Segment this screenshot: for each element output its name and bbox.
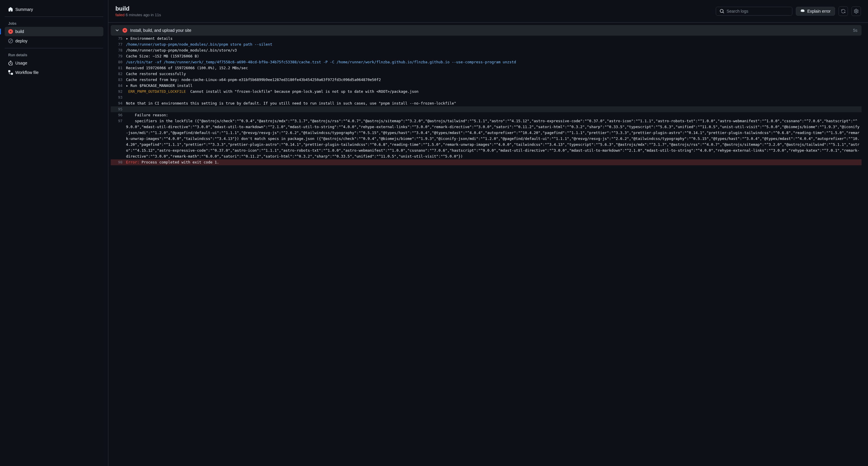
line-number: 93 xyxy=(111,94,126,100)
line-number: 84 xyxy=(111,83,126,89)
settings-button[interactable] xyxy=(851,6,861,16)
log-line[interactable]: 82Cache restored successfully xyxy=(111,71,862,77)
main: build failed 6 minutes ago in 11s Explai… xyxy=(108,0,868,466)
line-content: Error: Process completed with exit code … xyxy=(126,159,862,165)
job-build-label: build xyxy=(15,29,24,34)
line-content: /home/runner/setup-pnpm/node_modules/.bi… xyxy=(126,48,862,53)
sync-icon xyxy=(841,9,846,13)
gear-icon xyxy=(854,9,859,13)
job-build[interactable]: build xyxy=(5,27,103,36)
header: build failed 6 minutes ago in 11s Explai… xyxy=(108,0,868,23)
page-subtitle: failed 6 minutes ago in 11s xyxy=(116,13,161,17)
line-content: /home/runner/setup-pnpm/node_modules/.bi… xyxy=(126,41,862,48)
log-line[interactable]: 84▸ Run $PACKAGE_MANAGER install xyxy=(111,83,862,89)
step-name: Install, build, and upload your site xyxy=(130,28,191,33)
log-line[interactable]: 78/home/runner/setup-pnpm/node_modules/.… xyxy=(111,48,862,53)
header-titles: build failed 6 minutes ago in 11s xyxy=(116,5,161,17)
line-content: ERR_PNPM_OUTDATED_LOCKFILE Cannot instal… xyxy=(126,89,862,94)
line-number: 79 xyxy=(111,53,126,59)
sidebar-usage[interactable]: Usage xyxy=(5,58,103,68)
line-number: 94 xyxy=(111,100,126,106)
log-lines: 75▸ Environment details77/home/runner/se… xyxy=(111,36,862,165)
sidebar-workflow-file[interactable]: Workflow file xyxy=(5,68,103,77)
sidebar-summary-label: Summary xyxy=(15,7,33,12)
search-box[interactable] xyxy=(716,7,792,16)
line-content: Note that in CI environments this settin… xyxy=(126,100,862,106)
log-line[interactable]: 94Note that in CI environments this sett… xyxy=(111,100,862,106)
sidebar-summary[interactable]: Summary xyxy=(5,5,103,14)
line-content: specifiers in the lockfile ({"@astrojs/c… xyxy=(126,118,862,159)
line-number: 82 xyxy=(111,71,126,77)
home-icon xyxy=(8,7,13,12)
line-number: 95 xyxy=(111,106,126,112)
search-icon xyxy=(720,9,724,13)
log-body: Install, build, and upload your site 5s … xyxy=(108,23,868,466)
step-header[interactable]: Install, build, and upload your site 5s xyxy=(111,25,862,36)
run-details-title: Run details xyxy=(5,51,103,58)
line-number: 96 xyxy=(111,112,126,118)
failed-icon xyxy=(8,29,13,34)
stopwatch-icon xyxy=(8,61,13,65)
jobs-section-title: Jobs xyxy=(5,19,103,27)
log-line[interactable]: 93 xyxy=(111,94,862,100)
line-number: 78 xyxy=(111,48,126,53)
line-content: Cache Size: ~152 MB (159726066 B) xyxy=(126,53,862,59)
workflow-icon xyxy=(8,70,13,75)
line-content: Cache restored successfully xyxy=(126,71,862,77)
log-line[interactable]: 92 ERR_PNPM_OUTDATED_LOCKFILE Cannot ins… xyxy=(111,89,862,94)
log-line[interactable]: 83Cache restored from key: node-cache-Li… xyxy=(111,77,862,83)
sidebar: Summary Jobs build deploy Run details Us… xyxy=(0,0,108,466)
log-line[interactable]: 77/home/runner/setup-pnpm/node_modules/.… xyxy=(111,41,862,48)
line-content: ▸ Run $PACKAGE_MANAGER install xyxy=(126,83,862,89)
line-number: 77 xyxy=(111,41,126,48)
log-line[interactable]: 75▸ Environment details xyxy=(111,36,862,41)
line-number: 92 xyxy=(111,89,126,94)
sidebar-usage-label: Usage xyxy=(15,61,27,65)
subtitle-rest: 6 minutes ago in 11s xyxy=(125,13,161,17)
failed-icon xyxy=(123,28,127,33)
log-line[interactable]: 80/usr/bin/tar -xf /home/runner/work/_te… xyxy=(111,59,862,65)
log-line[interactable]: 95 xyxy=(111,106,862,112)
divider xyxy=(5,17,103,17)
chevron-down-icon xyxy=(115,28,120,33)
log-line[interactable]: 79Cache Size: ~152 MB (159726066 B) xyxy=(111,53,862,59)
line-content: /usr/bin/tar -xf /home/runner/work/_temp… xyxy=(126,59,862,65)
log-line[interactable]: 96 Failure reason: xyxy=(111,112,862,118)
line-content xyxy=(126,94,862,100)
line-content: ▸ Environment details xyxy=(126,36,862,41)
log-line[interactable]: 81Received 159726066 of 159726066 (100.0… xyxy=(111,65,862,71)
log-line[interactable]: 97 specifiers in the lockfile ({"@astroj… xyxy=(111,118,862,159)
copilot-icon xyxy=(800,9,805,13)
line-number: 75 xyxy=(111,36,126,41)
line-number: 80 xyxy=(111,59,126,65)
status-failed: failed xyxy=(116,13,125,17)
rerun-button[interactable] xyxy=(839,6,848,16)
line-content xyxy=(126,106,862,112)
job-deploy[interactable]: deploy xyxy=(5,36,103,46)
skipped-icon xyxy=(8,38,13,43)
sidebar-workflow-file-label: Workflow file xyxy=(15,70,38,75)
line-number: 81 xyxy=(111,65,126,71)
explain-error-label: Explain error xyxy=(807,9,831,13)
line-number: 98 xyxy=(111,159,126,165)
search-input[interactable] xyxy=(727,9,788,13)
line-number: 97 xyxy=(111,118,126,159)
explain-error-button[interactable]: Explain error xyxy=(796,7,835,16)
line-number: 83 xyxy=(111,77,126,83)
line-content: Received 159726066 of 159726066 (100.0%)… xyxy=(126,65,862,71)
line-content: Failure reason: xyxy=(126,112,862,118)
step-duration: 5s xyxy=(853,28,858,33)
divider xyxy=(5,48,103,48)
job-deploy-label: deploy xyxy=(15,38,27,43)
page-title: build xyxy=(116,5,161,12)
line-content: Cache restored from key: node-cache-Linu… xyxy=(126,77,862,83)
log-line[interactable]: 98Error: Process completed with exit cod… xyxy=(111,159,862,165)
